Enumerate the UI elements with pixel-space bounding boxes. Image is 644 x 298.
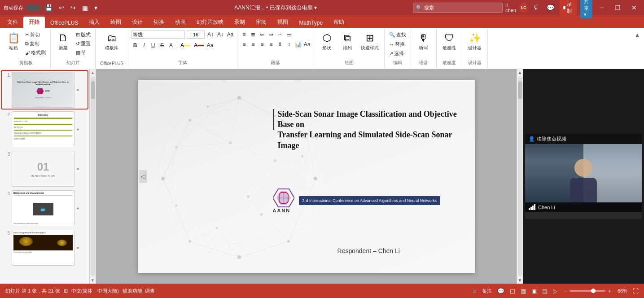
zoom-minus-btn[interactable]: －	[563, 288, 568, 294]
slide-prev-button[interactable]: ◁	[139, 170, 147, 183]
template-button[interactable]: 🗂 模板库	[98, 31, 125, 53]
zoom-track[interactable]	[570, 290, 605, 292]
align-right-btn[interactable]: ≡	[258, 40, 266, 48]
section-button[interactable]: ▦ 节	[74, 48, 92, 57]
comment-icon[interactable]: 💬	[545, 3, 556, 12]
indent-dec-btn[interactable]: ⇐	[258, 31, 266, 39]
notes-icon[interactable]: ≡	[473, 288, 477, 294]
view-slide-btn[interactable]: ▣	[531, 288, 537, 294]
font-color-btn[interactable]: A	[179, 42, 192, 49]
tab-home[interactable]: 开始	[23, 17, 45, 28]
slide-4[interactable]: 4 Background and characteristics 🐟 Some …	[2, 189, 88, 227]
tab-design[interactable]: 设计	[127, 17, 148, 28]
scroll-track-right[interactable]	[518, 77, 522, 276]
line-spacing-btn[interactable]: ↕	[285, 40, 293, 48]
view-reading-btn[interactable]: ▤	[542, 288, 548, 294]
paste-button[interactable]: 📋 粘贴	[4, 31, 22, 53]
find-button[interactable]: 🔍 查找	[387, 31, 408, 39]
tab-mathtype[interactable]: MathType	[294, 18, 328, 28]
font-increase-btn[interactable]: A↑	[206, 31, 215, 39]
quick-styles-button[interactable]: ⊞ 快速样式	[358, 31, 381, 53]
highlight-btn[interactable]: A	[193, 42, 205, 49]
tab-transition[interactable]: 切换	[148, 17, 170, 28]
tab-draw[interactable]: 绘图	[105, 17, 127, 28]
smartart-btn[interactable]: 📊	[294, 40, 302, 48]
tab-officeplus[interactable]: OfficePLUS	[45, 18, 83, 28]
save-icon[interactable]: 💾	[43, 3, 54, 12]
tab-file[interactable]: 文件	[2, 17, 23, 28]
slide-2[interactable]: 2 Directory INTRODUCTION METHODS SIMULAT…	[2, 110, 88, 148]
record-button[interactable]: 录制	[560, 0, 577, 15]
bullet-list-btn[interactable]: ≡	[240, 31, 248, 39]
slide-1[interactable]: 1 Side-Scan Sonar Image Classification a…	[2, 71, 88, 109]
mic-icon[interactable]: 🎙	[531, 3, 541, 12]
close-button[interactable]: ✕	[628, 3, 640, 12]
scroll-track[interactable]	[91, 77, 95, 276]
bold-button[interactable]: B	[131, 41, 139, 49]
font-decrease-btn[interactable]: A↓	[216, 31, 224, 39]
slide-3[interactable]: 3 01 INTRODUCTION ★	[2, 150, 88, 188]
col-spacing-btn[interactable]: ⇕	[276, 40, 284, 48]
fullscreen-btn[interactable]: ⛶	[633, 288, 639, 294]
slide-5[interactable]: 5 Sonar recognition of detected objects …	[2, 229, 88, 267]
reset-button[interactable]: ↺ 重置	[74, 39, 92, 48]
convert-text-btn[interactable]: Aa	[303, 40, 311, 48]
cols-btn[interactable]: ⚌	[285, 31, 293, 39]
shapes-button[interactable]: ⬡ 形状	[317, 31, 337, 53]
align-center-btn[interactable]: ≡	[249, 40, 257, 48]
right-scrollbar[interactable]: ▲ ▼	[517, 69, 523, 284]
designer-button[interactable]: ✨ 设计器	[465, 31, 485, 53]
tab-insert[interactable]: 插入	[83, 17, 105, 28]
tab-animation[interactable]: 动画	[170, 17, 191, 28]
font-name-input[interactable]	[131, 31, 185, 39]
arrange-button[interactable]: ⧉ 排列	[337, 31, 357, 53]
listen-button[interactable]: 🎙 听写	[414, 31, 434, 53]
minimize-button[interactable]: ─	[596, 3, 608, 12]
replace-button[interactable]: ↔ 替换	[387, 40, 407, 48]
underline-button[interactable]: U	[149, 41, 157, 49]
italic-button[interactable]: I	[140, 41, 148, 49]
share-button[interactable]: 共享 ▾	[580, 0, 592, 18]
autosave-toggle[interactable]	[26, 4, 40, 11]
scroll-up-right[interactable]: ▲	[518, 70, 522, 75]
clear-format-btn[interactable]: Aa	[226, 31, 234, 39]
copy-button[interactable]: ⧉ 复制	[23, 39, 48, 48]
tab-slideshow[interactable]: 幻灯片放映	[191, 17, 229, 28]
zoom-plus-btn[interactable]: ＋	[607, 288, 612, 294]
numbered-list-btn[interactable]: ≣	[249, 31, 257, 39]
rtl-btn[interactable]: ↔	[276, 31, 284, 39]
scroll-up-arrow[interactable]: ▲	[91, 70, 95, 75]
undo-icon[interactable]: ↩	[57, 3, 66, 12]
strikethrough-button[interactable]: S	[158, 41, 166, 49]
left-scrollbar[interactable]: ▲ ▼	[90, 69, 96, 284]
scroll-down-arrow[interactable]: ▼	[91, 278, 95, 283]
sensitivity-button[interactable]: 🛡 敏感性	[439, 31, 459, 53]
quick-access-dropdown[interactable]: ▾	[92, 3, 99, 12]
char-spacing-btn[interactable]: Aa	[206, 41, 214, 49]
scroll-down-right[interactable]: ▼	[518, 278, 522, 283]
comments-icon[interactable]: 💬	[497, 288, 504, 294]
format-icon[interactable]: ▦	[80, 3, 90, 12]
layout-button[interactable]: ⊞ 版式	[74, 31, 92, 39]
tab-review[interactable]: 审阅	[250, 17, 272, 28]
justify-btn[interactable]: ≡	[267, 40, 275, 48]
align-left-btn[interactable]: ≡	[240, 40, 248, 48]
restore-button[interactable]: ❐	[611, 3, 624, 12]
cut-button[interactable]: ✂ 剪切	[23, 31, 48, 39]
title-dropdown-icon[interactable]: ▾	[314, 4, 317, 11]
view-normal-btn[interactable]: ▢	[510, 288, 515, 294]
shadow-button[interactable]: A	[167, 41, 175, 49]
select-button[interactable]: ↗ 选择	[387, 49, 406, 58]
indent-inc-btn[interactable]: ⇒	[267, 31, 275, 39]
tab-record[interactable]: 录制	[229, 17, 250, 28]
tab-help[interactable]: 帮助	[328, 17, 350, 28]
view-outline-btn[interactable]: ▦	[521, 288, 526, 294]
search-box[interactable]: 🔍 搜索	[413, 3, 503, 13]
font-size-input[interactable]	[187, 31, 205, 39]
slideshow-btn[interactable]: ▷	[553, 288, 557, 294]
tab-view[interactable]: 视图	[272, 17, 294, 28]
notes-label[interactable]: 备注	[482, 288, 492, 294]
redo-icon[interactable]: ↪	[69, 3, 78, 12]
format-painter-button[interactable]: 🖌 格式刷	[23, 48, 48, 57]
new-slide-button[interactable]: 🗋 新建	[53, 31, 73, 53]
